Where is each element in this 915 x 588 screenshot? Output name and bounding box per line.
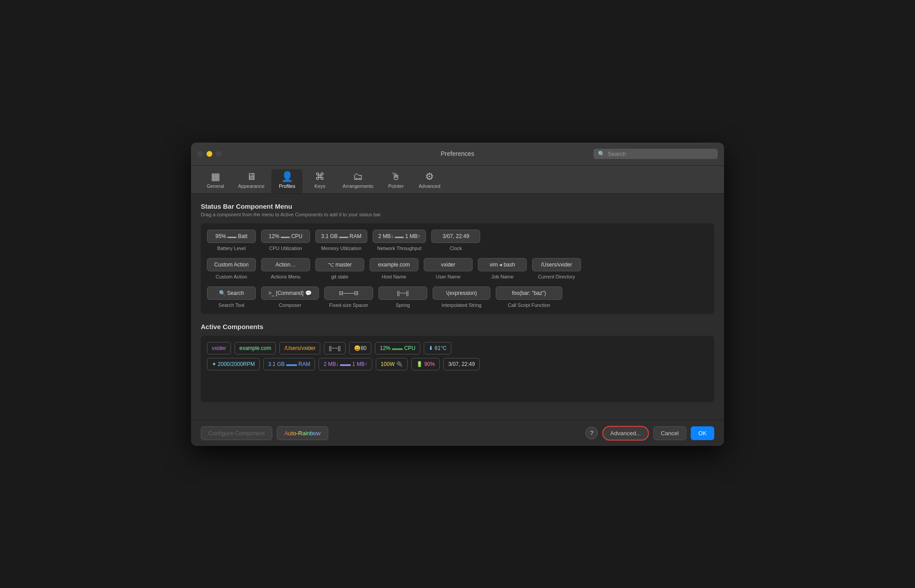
spring-label: Spring [396, 302, 410, 308]
cpu-display: 12% ▬▬ CPU [269, 233, 302, 239]
close-button[interactable] [197, 151, 203, 157]
toolbar-label-pointer: Pointer [388, 183, 404, 189]
custom-action-label: Custom Action [216, 274, 247, 279]
toolbar-item-keys[interactable]: ⌘ Keys [304, 169, 335, 193]
component-item-composer: >_ [Command] 💬 Composer [261, 286, 319, 308]
network-component-btn[interactable]: 2 MB↓ ▬▬ 1 MB↑ [373, 230, 426, 243]
jobname-label: Job Name [491, 274, 513, 279]
toolbar-label-general: General [207, 183, 224, 189]
cancel-button[interactable]: Cancel [653, 426, 686, 440]
active-badge-fan[interactable]: ✦ 2000/2000RPM [207, 358, 260, 370]
search-icon: 🔍 [598, 151, 605, 157]
active-badge-host[interactable]: example.com [235, 342, 276, 354]
active-badge-spring[interactable]: ||~~|| [324, 342, 345, 354]
active-badge-power[interactable]: 100W 🔌 [376, 358, 408, 370]
search-component-btn[interactable]: 🔍 Search [207, 286, 256, 300]
component-item-ram: 3.1 GB ▬▬ RAM Memory Utilization [315, 230, 367, 251]
ram-display: 3.1 GB ▬▬ RAM [321, 233, 362, 239]
username-display: vxider [441, 262, 455, 268]
active-components-box: vxider example.com /Users/vxider ||~~|| … [201, 336, 714, 402]
custom-action-component-btn[interactable]: Custom Action [207, 258, 256, 271]
network-label: Network Throughput [377, 246, 421, 251]
search-display: 🔍 Search [219, 290, 244, 296]
hostname-display: example.com [378, 262, 410, 268]
search-input[interactable] [608, 151, 713, 157]
active-badge-battery2[interactable]: 🔋 90% [411, 358, 440, 370]
active-section-title: Active Components [201, 323, 714, 330]
username-component-btn[interactable]: vxider [424, 258, 473, 271]
cpu-label: CPU Utilization [269, 246, 302, 251]
interp-string-display: \(expression) [446, 290, 477, 296]
component-row-3: 🔍 Search Search Tool >_ [Command] 💬 Comp… [207, 286, 708, 308]
call-script-label: Call Script Function [508, 302, 550, 308]
active-badge-emoji[interactable]: 😀80 [349, 342, 371, 354]
status-bar-section: Status Bar Component Menu Drag a compone… [201, 203, 714, 314]
active-badge-cpu2[interactable]: 12% ▬▬ CPU [375, 342, 420, 354]
component-grid: 95% ▬▬ Batt Battery Level 12% ▬▬ CPU CPU… [201, 223, 714, 314]
network-display: 2 MB↓ ▬▬ 1 MB↑ [378, 233, 421, 239]
hostname-component-btn[interactable]: example.com [370, 258, 418, 271]
help-button[interactable]: ? [585, 427, 598, 439]
currentdir-component-btn[interactable]: /Users/vxider [532, 258, 581, 271]
toolbar-label-appearance: Appearance [238, 183, 264, 189]
fixed-spacer-component-btn[interactable]: ⊟——⊟ [324, 286, 373, 300]
main-content: Status Bar Component Menu Drag a compone… [191, 194, 724, 420]
search-bar[interactable]: 🔍 [593, 149, 718, 159]
clock-component-btn[interactable]: 3/07, 22:49 [431, 230, 480, 243]
toolbar-item-general[interactable]: ▦ General [200, 169, 231, 193]
spring-component-btn[interactable]: ||~~|| [378, 286, 427, 300]
maximize-button[interactable] [216, 151, 222, 157]
component-item-clock: 3/07, 22:49 Clock [431, 230, 480, 251]
toolbar-item-advanced[interactable]: ⚙ Advanced [413, 169, 446, 193]
profiles-icon: 👤 [281, 172, 293, 182]
active-badge-clock2[interactable]: 3/07, 22:49 [443, 358, 480, 370]
toolbar-item-pointer[interactable]: 🖱 Pointer [380, 169, 411, 193]
auto-rainbow-button[interactable]: Auto-Rainbow [277, 426, 328, 440]
active-badge-ram2[interactable]: 3.1 GB ▬▬ RAM [263, 358, 315, 370]
active-badge-net2[interactable]: 2 MB↓ ▬▬ 1 MB↑ [318, 358, 372, 370]
toolbar: ▦ General 🖥 Appearance 👤 Profiles ⌘ Keys… [191, 166, 724, 194]
component-item-call-script: foo(bar: "baz") Call Script Function [496, 286, 562, 308]
help-icon: ? [590, 429, 593, 437]
composer-component-btn[interactable]: >_ [Command] 💬 [261, 286, 319, 300]
window-title: Preferences [441, 150, 474, 157]
active-badge-temp[interactable]: ⬇ 61°C [424, 342, 451, 354]
arrangements-icon: 🗂 [353, 172, 363, 182]
appearance-icon: 🖥 [247, 172, 256, 182]
git-component-btn[interactable]: ⌥ master [315, 258, 364, 271]
bottom-bar: Configure Component Auto-Rainbow ? Advan… [191, 420, 724, 446]
battery-label: Battery Level [217, 246, 246, 251]
cpu-component-btn[interactable]: 12% ▬▬ CPU [261, 230, 310, 243]
jobname-component-btn[interactable]: vim ◂ bash [478, 258, 527, 271]
toolbar-item-profiles[interactable]: 👤 Profiles [271, 169, 302, 193]
call-script-component-btn[interactable]: foo(bar: "baz") [496, 286, 562, 300]
configure-component-button[interactable]: Configure Component [201, 426, 272, 440]
advanced-button[interactable]: Advanced... [602, 426, 649, 441]
minimize-button[interactable] [207, 151, 212, 157]
active-badge-dir[interactable]: /Users/vxider [279, 342, 320, 354]
custom-action-display: Custom Action [214, 262, 248, 268]
active-badge-user[interactable]: vxider [207, 342, 231, 354]
actions-menu-component-btn[interactable]: Action… [261, 258, 310, 271]
battery-component-btn[interactable]: 95% ▬▬ Batt [207, 230, 256, 243]
section-desc: Drag a component from the menu to Active… [201, 212, 714, 217]
component-item-custom-action: Custom Action Custom Action [207, 258, 256, 279]
component-item-fixed-spacer: ⊟——⊟ Fixed-size Spacer [324, 286, 373, 308]
interp-string-component-btn[interactable]: \(expression) [433, 286, 490, 300]
component-item-cpu: 12% ▬▬ CPU CPU Utilization [261, 230, 310, 251]
component-item-battery: 95% ▬▬ Batt Battery Level [207, 230, 256, 251]
toolbar-item-arrangements[interactable]: 🗂 Arrangements [337, 169, 378, 193]
auto-rainbow-label: Auto-Rainbow [284, 430, 321, 437]
ok-button[interactable]: OK [691, 426, 714, 440]
git-label: git state [331, 274, 349, 279]
component-item-network: 2 MB↓ ▬▬ 1 MB↑ Network Throughput [373, 230, 426, 251]
toolbar-item-appearance[interactable]: 🖥 Appearance [233, 169, 270, 193]
ram-component-btn[interactable]: 3.1 GB ▬▬ RAM [315, 230, 367, 243]
actions-menu-label: Actions Menu [271, 274, 301, 279]
hostname-label: Host Name [382, 274, 406, 279]
component-row-1: 95% ▬▬ Batt Battery Level 12% ▬▬ CPU CPU… [207, 230, 708, 251]
pointer-icon: 🖱 [391, 172, 401, 182]
battery-display: 95% ▬▬ Batt [215, 233, 247, 239]
composer-display: >_ [Command] 💬 [268, 290, 311, 296]
component-item-currentdir: /Users/vxider Current Directory [532, 258, 581, 279]
